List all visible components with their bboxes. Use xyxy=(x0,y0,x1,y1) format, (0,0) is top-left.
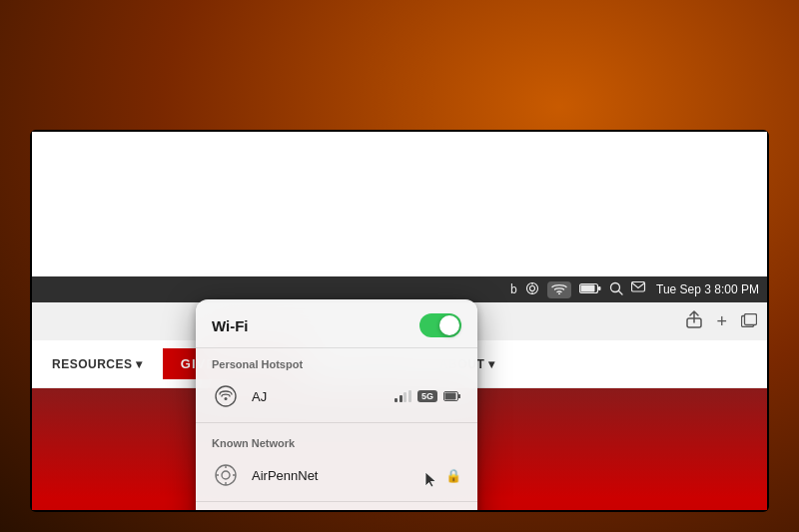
other-networks-item[interactable]: Other Networks › xyxy=(196,506,477,510)
control-center-icon[interactable] xyxy=(631,281,646,297)
add-tab-button[interactable]: + xyxy=(716,311,727,332)
hotspot-icon xyxy=(212,382,240,410)
svg-rect-7 xyxy=(581,284,595,291)
known-network-icon xyxy=(212,461,240,489)
svg-point-1 xyxy=(530,285,535,290)
personal-hotspot-label: Personal Hotspot xyxy=(196,348,477,374)
svg-point-15 xyxy=(225,397,228,400)
menubar-icons: b xyxy=(510,281,646,298)
signal-bar-1 xyxy=(395,398,398,402)
share-button[interactable] xyxy=(686,310,702,332)
separator-2 xyxy=(196,501,477,502)
svg-rect-6 xyxy=(598,286,601,290)
svg-rect-17 xyxy=(458,394,460,398)
wifi-toggle[interactable] xyxy=(419,313,461,337)
separator-1 xyxy=(196,422,477,423)
signal-bar-2 xyxy=(400,395,402,402)
wifi-header: Wi-Fi xyxy=(196,299,477,348)
bartender-icon[interactable]: b xyxy=(510,282,517,296)
signal-bars xyxy=(395,390,411,402)
svg-point-4 xyxy=(558,292,560,294)
svg-rect-10 xyxy=(632,282,645,292)
toggle-knob xyxy=(439,315,459,335)
svg-point-20 xyxy=(222,471,230,479)
signal-bar-3 xyxy=(403,392,406,402)
wifi-menubar-icon[interactable] xyxy=(547,281,571,298)
svg-rect-18 xyxy=(445,393,456,400)
svg-point-14 xyxy=(216,386,236,406)
screen-inner: b xyxy=(32,132,767,510)
target-icon[interactable] xyxy=(525,281,539,298)
wifi-title: Wi-Fi xyxy=(212,317,249,334)
hotspot-name: AJ xyxy=(252,389,383,404)
browser-actions: + xyxy=(686,310,757,332)
device-battery-icon xyxy=(443,391,461,401)
svg-rect-13 xyxy=(745,313,757,324)
known-network-row[interactable]: AirPennNet 🔒 xyxy=(196,453,477,497)
svg-line-9 xyxy=(619,290,623,294)
battery-icon[interactable] xyxy=(579,282,601,297)
lock-icon: 🔒 xyxy=(445,468,461,483)
menubar-time: Tue Sep 3 8:00 PM xyxy=(656,282,759,296)
hotspot-meta: 5G xyxy=(395,390,461,402)
spotlight-icon[interactable] xyxy=(609,281,623,298)
known-network-label: Known Network xyxy=(196,427,477,453)
wifi-panel: Wi-Fi Personal Hotspot AJ xyxy=(196,299,477,510)
hotspot-network-row[interactable]: AJ 5G xyxy=(196,374,477,418)
5g-badge: 5G xyxy=(417,390,437,402)
nav-resources[interactable]: RESOURCES ▾ xyxy=(52,357,143,371)
laptop-screen: b xyxy=(30,130,769,512)
known-network-name: AirPennNet xyxy=(252,468,433,483)
signal-bar-4 xyxy=(408,390,411,402)
windows-button[interactable] xyxy=(741,313,757,330)
